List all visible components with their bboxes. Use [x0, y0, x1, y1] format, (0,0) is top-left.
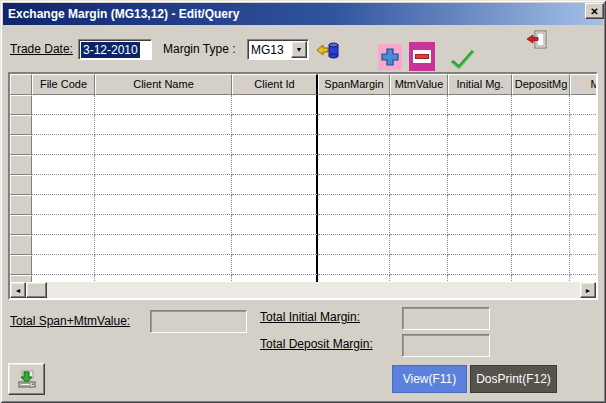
row-header-cell[interactable] — [10, 115, 32, 135]
table-cell[interactable] — [390, 115, 448, 135]
table-cell[interactable] — [232, 95, 318, 115]
table-cell[interactable] — [570, 255, 596, 275]
column-header-client-id[interactable]: Client Id — [232, 74, 318, 95]
table-cell[interactable] — [318, 115, 390, 135]
table-cell[interactable] — [95, 175, 232, 195]
table-cell[interactable] — [512, 255, 570, 275]
column-header-initial-mg-[interactable]: Initial Mg. — [448, 74, 512, 95]
table-cell[interactable] — [318, 175, 390, 195]
row-header-cell[interactable] — [10, 255, 32, 275]
table-cell[interactable] — [448, 275, 512, 282]
table-cell[interactable] — [570, 155, 596, 175]
table-cell[interactable] — [570, 235, 596, 255]
table-cell[interactable] — [232, 135, 318, 155]
table-cell[interactable] — [448, 115, 512, 135]
table-cell[interactable] — [512, 155, 570, 175]
table-cell[interactable] — [390, 135, 448, 155]
save-export-button[interactable] — [8, 363, 45, 395]
table-cell[interactable] — [32, 195, 95, 215]
table-cell[interactable] — [232, 155, 318, 175]
row-header-cell[interactable] — [10, 155, 32, 175]
table-cell[interactable] — [318, 95, 390, 115]
table-cell[interactable] — [95, 235, 232, 255]
load-database-icon[interactable] — [317, 41, 339, 59]
column-header-file-code[interactable]: File Code — [32, 74, 95, 95]
table-cell[interactable] — [32, 235, 95, 255]
table-cell[interactable] — [512, 215, 570, 235]
table-cell[interactable] — [95, 255, 232, 275]
table-cell[interactable] — [318, 275, 390, 282]
table-cell[interactable] — [318, 195, 390, 215]
table-cell[interactable] — [570, 215, 596, 235]
add-row-button[interactable] — [378, 44, 402, 70]
table-cell[interactable] — [570, 115, 596, 135]
table-cell[interactable] — [32, 255, 95, 275]
table-cell[interactable] — [95, 155, 232, 175]
table-cell[interactable] — [95, 195, 232, 215]
table-cell[interactable] — [570, 275, 596, 282]
table-cell[interactable] — [32, 155, 95, 175]
column-header-mtmvalue[interactable]: MtmValue — [390, 74, 448, 95]
table-cell[interactable] — [448, 155, 512, 175]
table-cell[interactable] — [232, 235, 318, 255]
table-cell[interactable] — [448, 175, 512, 195]
row-header-cell[interactable] — [10, 195, 32, 215]
confirm-button[interactable] — [448, 48, 476, 72]
table-cell[interactable] — [570, 135, 596, 155]
table-cell[interactable] — [448, 95, 512, 115]
table-cell[interactable] — [390, 155, 448, 175]
table-cell[interactable] — [512, 95, 570, 115]
scroll-right-button[interactable]: ► — [580, 282, 596, 298]
table-cell[interactable] — [448, 195, 512, 215]
table-cell[interactable] — [232, 255, 318, 275]
table-cell[interactable] — [232, 215, 318, 235]
row-header-cell[interactable] — [10, 95, 32, 115]
dosprint-button[interactable]: DosPrint(F12) — [470, 365, 557, 393]
table-cell[interactable] — [570, 175, 596, 195]
table-cell[interactable] — [512, 115, 570, 135]
exit-button[interactable] — [526, 30, 547, 49]
row-header-cell[interactable] — [10, 175, 32, 195]
table-cell[interactable] — [390, 175, 448, 195]
table-cell[interactable] — [95, 135, 232, 155]
table-cell[interactable] — [390, 235, 448, 255]
table-cell[interactable] — [570, 195, 596, 215]
table-cell[interactable] — [232, 175, 318, 195]
horizontal-scrollbar[interactable]: ◄ ► — [10, 282, 596, 298]
column-header-client-name[interactable]: Client Name — [95, 74, 232, 95]
table-cell[interactable] — [32, 135, 95, 155]
table-cell[interactable] — [32, 175, 95, 195]
chevron-down-icon[interactable]: ▼ — [291, 41, 307, 58]
table-cell[interactable] — [95, 215, 232, 235]
column-header-mar[interactable]: Mar — [570, 74, 596, 95]
trade-date-input[interactable]: 3-12-2010 — [78, 39, 152, 60]
column-header-spanmargin[interactable]: SpanMargin — [318, 74, 390, 95]
table-cell[interactable] — [448, 135, 512, 155]
table-cell[interactable] — [318, 235, 390, 255]
table-cell[interactable] — [318, 155, 390, 175]
column-header-row-selector[interactable] — [10, 74, 32, 95]
column-header-depositmg[interactable]: DepositMg — [512, 74, 570, 95]
table-cell[interactable] — [232, 115, 318, 135]
scroll-left-button[interactable]: ◄ — [10, 282, 26, 298]
table-cell[interactable] — [448, 255, 512, 275]
table-cell[interactable] — [448, 215, 512, 235]
table-cell[interactable] — [32, 95, 95, 115]
table-cell[interactable] — [95, 275, 232, 282]
table-cell[interactable] — [448, 235, 512, 255]
table-cell[interactable] — [32, 275, 95, 282]
table-cell[interactable] — [512, 175, 570, 195]
table-cell[interactable] — [390, 95, 448, 115]
margin-type-select[interactable]: MG13 ▼ — [247, 39, 309, 60]
table-cell[interactable] — [390, 275, 448, 282]
table-cell[interactable] — [512, 275, 570, 282]
delete-row-button[interactable] — [409, 42, 435, 71]
table-cell[interactable] — [390, 215, 448, 235]
table-cell[interactable] — [570, 95, 596, 115]
table-cell[interactable] — [95, 115, 232, 135]
table-cell[interactable] — [95, 95, 232, 115]
row-header-cell[interactable] — [10, 275, 32, 282]
view-button[interactable]: View(F11) — [392, 365, 467, 393]
table-cell[interactable] — [512, 135, 570, 155]
row-header-cell[interactable] — [10, 215, 32, 235]
